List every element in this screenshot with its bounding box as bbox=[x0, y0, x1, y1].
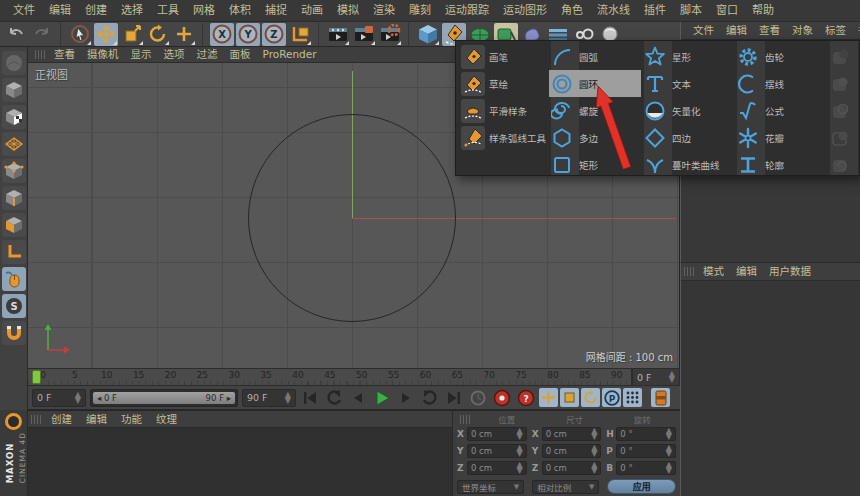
z-axis-lock-icon[interactable]: Z bbox=[262, 23, 286, 46]
object-manager-menu-item[interactable]: 编辑 bbox=[720, 22, 753, 39]
size-x-field[interactable]: 0 cm▲▼ bbox=[542, 427, 602, 441]
render-picture-viewer-icon[interactable] bbox=[352, 23, 376, 46]
menu-item[interactable]: 流水线 bbox=[590, 0, 637, 21]
current-frame-field[interactable]: 0 F▲▼ bbox=[32, 389, 86, 407]
preview-range-slider[interactable]: ◂ 0 F 90 F ▸ bbox=[90, 389, 238, 407]
x-axis-lock-icon[interactable]: X bbox=[210, 23, 234, 46]
menu-item-sketch[interactable]: 草绘 bbox=[458, 70, 548, 97]
menu-item[interactable]: 角色 bbox=[554, 0, 590, 21]
panel-grip-icon[interactable] bbox=[684, 267, 694, 276]
magnet-icon[interactable] bbox=[2, 321, 26, 345]
goto-start-icon[interactable] bbox=[299, 388, 321, 408]
menu-item[interactable]: 模拟 bbox=[330, 0, 366, 21]
menu-item-gear[interactable]: 齿轮 bbox=[735, 43, 827, 70]
menu-item[interactable]: 脚本 bbox=[673, 0, 709, 21]
size-y-field[interactable]: 0 cm▲▼ bbox=[542, 444, 602, 458]
menu-item-spline-arc-tool[interactable]: 样条弧线工具 bbox=[458, 124, 548, 151]
rot-b-field[interactable]: 0 °▲▼ bbox=[616, 461, 676, 475]
edges-mode-icon[interactable] bbox=[2, 186, 26, 210]
viewport-menu-item[interactable]: 选项 bbox=[158, 47, 191, 62]
size-z-field[interactable]: 0 cm▲▼ bbox=[542, 461, 602, 475]
ratio-mode-dropdown[interactable]: 相对比例▼ bbox=[532, 480, 599, 494]
menu-item-rectangle[interactable]: 矩形 bbox=[549, 151, 641, 178]
timeline-ruler[interactable]: 051015202530354045505560657075808590 bbox=[28, 368, 632, 386]
viewport-solo-icon[interactable] bbox=[2, 267, 26, 291]
object-manager-menu-item[interactable]: 文件 bbox=[687, 22, 720, 39]
coordinate-system-icon[interactable] bbox=[288, 23, 312, 46]
viewport-menu-item[interactable]: ProRender bbox=[257, 47, 323, 62]
points-mode-icon[interactable] bbox=[2, 159, 26, 183]
panel-grip-icon[interactable] bbox=[460, 415, 470, 424]
add-cube-icon[interactable] bbox=[416, 23, 440, 46]
menu-item[interactable]: 工具 bbox=[150, 0, 186, 21]
menu-item-arc[interactable]: 圆弧 bbox=[549, 43, 641, 70]
record-objects-icon[interactable] bbox=[491, 388, 513, 408]
object-manager-menu-item[interactable]: 标签 bbox=[819, 22, 852, 39]
menu-item[interactable]: 文件 bbox=[6, 0, 42, 21]
live-selection-icon[interactable] bbox=[68, 23, 92, 46]
redo-icon[interactable] bbox=[30, 23, 54, 46]
render-view-icon[interactable] bbox=[326, 23, 350, 46]
spinner-icon[interactable]: ▲▼ bbox=[285, 392, 291, 404]
menu-item[interactable]: 运动图形 bbox=[496, 0, 554, 21]
model-mode-icon[interactable] bbox=[2, 78, 26, 102]
object-manager-menu-item[interactable]: 查看 bbox=[753, 22, 786, 39]
rot-p-field[interactable]: 0 °▲▼ bbox=[616, 444, 676, 458]
preview-frame-field[interactable]: 0 F▲▼ bbox=[632, 368, 680, 386]
material-manager-menu-item[interactable]: 纹理 bbox=[149, 411, 184, 427]
end-frame-field[interactable]: 90 F▲▼ bbox=[242, 389, 296, 407]
menu-item[interactable]: 运动跟踪 bbox=[438, 0, 496, 21]
play-backward-icon[interactable] bbox=[323, 388, 345, 408]
menu-item[interactable]: 捕捉 bbox=[258, 0, 294, 21]
menu-item-helix[interactable]: 螺旋 bbox=[549, 97, 641, 124]
scale-icon[interactable] bbox=[120, 23, 144, 46]
play-forward-icon[interactable] bbox=[371, 388, 393, 408]
panel-grip-icon[interactable] bbox=[35, 50, 45, 59]
viewport-menu-item[interactable]: 显示 bbox=[125, 47, 158, 62]
autokey-icon[interactable]: ? bbox=[515, 388, 537, 408]
y-axis-lock-icon[interactable]: Y bbox=[236, 23, 260, 46]
rot-h-field[interactable]: 0 °▲▼ bbox=[616, 427, 676, 441]
key-pla-icon[interactable] bbox=[623, 388, 642, 407]
record-disabled-icon[interactable] bbox=[467, 388, 489, 408]
material-manager-menu-item[interactable]: 创建 bbox=[44, 411, 79, 427]
pos-z-field[interactable]: 0 cm▲▼ bbox=[467, 461, 527, 475]
menu-item-cissoid[interactable]: 蔓叶类曲线 bbox=[642, 151, 734, 178]
menu-item[interactable]: 帮助 bbox=[745, 0, 781, 21]
object-manager-menu-item[interactable]: 书签 bbox=[852, 22, 860, 39]
key-position-icon[interactable] bbox=[539, 388, 558, 407]
snap-icon[interactable]: S bbox=[2, 294, 26, 318]
previous-frame-icon[interactable] bbox=[347, 388, 369, 408]
viewport-menu-item[interactable]: 查看 bbox=[48, 47, 81, 62]
menu-item-spline-smooth[interactable]: 平滑样条 bbox=[458, 97, 548, 124]
menu-item[interactable]: 创建 bbox=[78, 0, 114, 21]
sculpt-mode-icon[interactable] bbox=[2, 51, 26, 75]
undo-icon[interactable] bbox=[4, 23, 28, 46]
menu-item[interactable]: 体积 bbox=[222, 0, 258, 21]
menu-item[interactable]: 选择 bbox=[114, 0, 150, 21]
preview-range-bar[interactable]: ◂ 0 F 90 F ▸ bbox=[93, 392, 235, 404]
render-settings-icon[interactable] bbox=[378, 23, 402, 46]
menu-item[interactable]: 网格 bbox=[186, 0, 222, 21]
loop-icon[interactable] bbox=[419, 388, 441, 408]
texture-mode-icon[interactable] bbox=[2, 105, 26, 129]
viewport-menu-item[interactable]: 面板 bbox=[224, 47, 257, 62]
menu-item[interactable]: 雕刻 bbox=[402, 0, 438, 21]
pos-x-field[interactable]: 0 cm▲▼ bbox=[467, 427, 527, 441]
workplane-mode-icon[interactable] bbox=[2, 132, 26, 156]
menu-item-cycloid[interactable]: 摆线 bbox=[735, 70, 827, 97]
object-manager-menu-item[interactable]: 对象 bbox=[786, 22, 819, 39]
apply-button[interactable]: 应用 bbox=[607, 479, 676, 494]
menu-item-star[interactable]: 星形 bbox=[642, 43, 734, 70]
rotate-icon[interactable] bbox=[146, 23, 170, 46]
menu-item-foursides[interactable]: 四边 bbox=[642, 124, 734, 151]
panel-grip-icon[interactable] bbox=[31, 415, 41, 424]
menu-item-formula[interactable]: 公式 bbox=[735, 97, 827, 124]
polygons-mode-icon[interactable] bbox=[2, 213, 26, 237]
spinner-icon[interactable]: ▲▼ bbox=[75, 392, 81, 404]
pos-y-field[interactable]: 0 cm▲▼ bbox=[467, 444, 527, 458]
circle-spline-object[interactable] bbox=[248, 114, 456, 322]
key-parameter-icon[interactable]: P bbox=[602, 388, 621, 407]
next-frame-icon[interactable] bbox=[395, 388, 417, 408]
viewport-menu-item[interactable]: 过滤 bbox=[191, 47, 224, 62]
